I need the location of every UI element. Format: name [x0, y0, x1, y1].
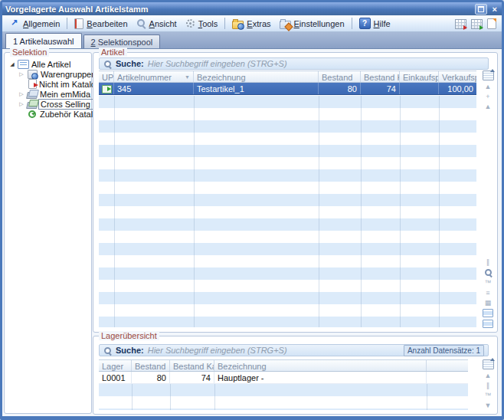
cell-lager: L0001 [99, 372, 132, 383]
dialog-window: Vorgelagerte Auswahl Artikelstamm × Allg… [0, 0, 504, 420]
column-header-lager[interactable]: Lager [99, 360, 132, 371]
cell-artikelnummer: 345 [114, 83, 194, 94]
column-header-bestand-kalk[interactable]: Bestand Kalk. [170, 360, 214, 371]
help-icon: ? [359, 18, 371, 29]
column-header-bezeichnung[interactable]: Bezeichnung [194, 71, 319, 82]
tree-item-zubehoer-katalog[interactable]: Zubehör Katalog [6, 109, 90, 119]
column-header-empty [427, 360, 468, 371]
column-header-einkaufspreis[interactable]: Einkaufspreis [400, 71, 439, 82]
column-header-bestand-kalk[interactable]: Bestand Kalk. [361, 71, 400, 82]
column-header-artikelnummer[interactable]: Artikelnummer ▼ [114, 71, 194, 82]
menu-item-ansicht[interactable]: Ansicht [133, 18, 181, 29]
books-green-icon [27, 100, 38, 109]
lager-group: Lagerübersicht Suche: Hier Suchbegriff e… [93, 336, 498, 415]
lager-row[interactable]: L0001 80 74 Hauptlager - [99, 372, 468, 384]
sort-indicator-icon[interactable]: ▼ [185, 74, 190, 80]
cell-bestand: 80 [132, 372, 170, 383]
column-header-bestand[interactable]: Bestand [319, 71, 361, 82]
gear-icon [185, 18, 195, 28]
folder-wrench-icon [280, 21, 291, 29]
tree-item-warengruppen[interactable]: Warengruppen [6, 69, 90, 79]
group-panel-icon[interactable]: ∥ [486, 258, 490, 266]
lager-grid-header: Lager Bestand Bestand Kalk. Bezeichnung [99, 359, 468, 372]
view-compact-icon[interactable] [483, 309, 493, 317]
tab-selektionspool[interactable]: 2 Selektionspool [83, 34, 161, 48]
search-placeholder: Hier Suchbegriff eingeben (STRG+S) [148, 59, 287, 68]
lager-side-toolbar: ▲ ∥ ™ ▼ [481, 359, 495, 410]
new-document-icon[interactable] [487, 18, 496, 29]
scroll-down-icon[interactable]: ▼ [485, 402, 492, 409]
column-header-up[interactable]: UP [99, 71, 114, 82]
artikel-grid-header: UP Artikelnummer ▼ Bezeichnung Bestand B… [99, 71, 476, 83]
tree-item-alle-artikel[interactable]: Alle Artikel [6, 59, 90, 69]
artikel-group: Artikel Suche: Hier Suchbegriff eingeben… [93, 52, 498, 333]
cell-verkaufspreis: 100,00 [439, 83, 476, 94]
cell-bestand: 80 [319, 83, 361, 94]
expander-collapsed-icon[interactable] [18, 69, 25, 79]
filter-icon[interactable]: ≡ [486, 289, 489, 297]
folder-globe-icon [232, 21, 244, 29]
expander-expanded-icon[interactable] [9, 59, 15, 69]
close-button[interactable]: × [491, 5, 499, 14]
column-header-bezeichnung[interactable]: Bezeichnung [214, 360, 427, 371]
cell-bestand-kalk: 74 [361, 83, 400, 94]
view-list-icon[interactable] [483, 320, 493, 328]
menu-bar: Allgemein Bearbeiten Ansicht Tools Extra… [2, 15, 502, 32]
column-chooser-icon[interactable] [483, 359, 494, 369]
restore-button[interactable] [475, 4, 487, 15]
menu-item-extras[interactable]: Extras [228, 18, 274, 30]
column-chooser-icon[interactable] [483, 71, 494, 80]
menu-item-hilfe[interactable]: ? Hilfe [355, 17, 394, 30]
lager-empty-rows [99, 384, 468, 410]
cell-bezeichnung: Hauptlager - [214, 372, 427, 383]
best-fit-icon[interactable]: ™ [485, 392, 492, 399]
magnifier-icon [136, 18, 146, 28]
cell-bestand-kalk: 74 [170, 372, 214, 383]
add-row-icon[interactable]: + [486, 93, 489, 100]
search-panel-icon[interactable] [484, 268, 493, 277]
tab-artikelauswahl[interactable]: 1 Artikelauswahl [5, 33, 82, 48]
menu-separator [67, 18, 67, 29]
menu-item-einstellungen[interactable]: Einstellungen [276, 18, 349, 30]
artikel-search-input[interactable]: Suche: Hier Suchbegriff eingeben (STRG+S… [99, 57, 489, 70]
record-count-badge: Anzahl Datensätze: 1 [404, 345, 484, 356]
list-icon [18, 60, 29, 69]
tree-item-mein-emmida[interactable]: Mein emMida [6, 89, 90, 99]
column-header-bestand[interactable]: Bestand [132, 360, 170, 371]
expander-collapsed-icon[interactable] [18, 89, 25, 99]
artikel-group-label: Artikel [99, 48, 127, 57]
artikel-empty-rows [99, 96, 476, 327]
page-red-arrow-icon [28, 79, 37, 89]
cell-einkaufspreis [400, 83, 439, 94]
menu-separator [224, 18, 225, 29]
group-panel-icon[interactable]: ∥ [486, 382, 490, 389]
artikel-row-selected[interactable]: 345 Testartikel_1 80 74 100,00 [99, 83, 476, 95]
table-import-green-icon[interactable] [471, 19, 483, 29]
artikel-grid: UP Artikelnummer ▼ Bezeichnung Bestand B… [99, 71, 476, 95]
expander-collapsed-icon[interactable] [18, 99, 25, 109]
scroll-up-icon[interactable]: ▲ [485, 103, 492, 110]
cell-bezeichnung: Testartikel_1 [194, 83, 319, 94]
scroll-up-icon[interactable]: ▲ [485, 372, 492, 379]
books-icon [27, 90, 38, 99]
lager-search-input[interactable]: Suche: Hier Suchbegriff eingeben (STRG+S… [99, 344, 489, 356]
table-export-red-icon[interactable] [455, 19, 466, 29]
arrow-up-right-icon [10, 18, 20, 28]
menu-separator [352, 18, 352, 29]
title-bar: Vorgelagerte Auswahl Artikelstamm × [2, 2, 502, 15]
tree-item-nicht-im-katalog[interactable]: Nicht im Katalog [6, 79, 90, 89]
notebook-icon [74, 18, 83, 29]
tree-item-cross-selling-katalog[interactable]: Cross Selling Katalog [6, 99, 90, 109]
best-fit-icon[interactable]: ™ [485, 279, 492, 287]
menu-item-bearbeiten[interactable]: Bearbeiten [70, 18, 131, 30]
search-icon [103, 346, 112, 355]
link-green-icon [102, 85, 112, 94]
layout-icon[interactable]: ▦ [485, 299, 492, 307]
selektion-group-label: Selektion [10, 48, 49, 57]
column-header-verkaufspreis[interactable]: Verkaufspreis [439, 71, 476, 82]
lager-group-label: Lagerübersicht [99, 331, 159, 340]
selektion-tree: Alle Artikel Warengruppen Nicht im Katal… [6, 59, 90, 119]
scroll-top-icon[interactable]: ▲ [485, 83, 492, 90]
menu-item-tools[interactable]: Tools [182, 18, 222, 29]
menu-item-allgemein[interactable]: Allgemein [6, 18, 64, 29]
